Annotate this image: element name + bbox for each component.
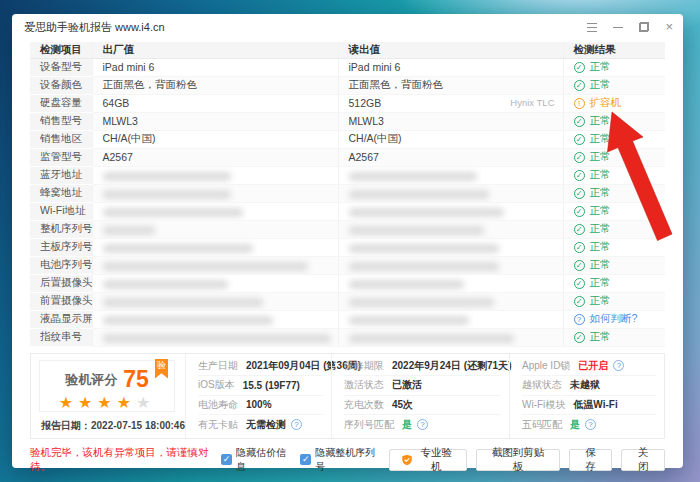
table-row: 后置摄像头 ✓ 正常 (30, 274, 665, 292)
result-text: 如何判断? (590, 312, 638, 326)
close-icon[interactable]: × (665, 22, 673, 32)
star-filled-icon: ★ (97, 394, 116, 411)
row-label: 设备颜色 (40, 78, 82, 90)
row-label: 蓝牙地址 (40, 168, 82, 180)
score-value: 75 (123, 366, 149, 392)
summary-value: 低温Wi-Fi (573, 398, 617, 412)
checkbox[interactable]: ✓隐藏估价信息 (221, 446, 291, 474)
redacted-value (103, 334, 331, 343)
button-label: 专业验机 (417, 446, 455, 474)
checkbox-checked-icon[interactable]: ✓ (300, 454, 311, 465)
summary-row: iOS版本15.5 (19F77) (198, 376, 323, 396)
factory-value: iPad mini 6 (103, 61, 155, 73)
redacted-value (103, 190, 231, 199)
table-header-row: 检测项目 出厂值 读出值 检测结果 (30, 42, 665, 58)
result-badge: ✓ 正常 (574, 330, 611, 344)
redacted-value (103, 244, 253, 253)
checkbox[interactable]: ✓隐藏整机序列号 (300, 446, 380, 474)
row-label: 前置摄像头 (40, 294, 92, 306)
redacted-value (349, 172, 477, 181)
result-status-icon: ✓ (574, 116, 585, 127)
result-status-icon: ✓ (574, 170, 585, 181)
factory-value (103, 277, 228, 289)
titlebar[interactable]: 爱思助手验机报告 www.i4.cn × (12, 14, 683, 40)
table-row: 主板序列号 ✓ 正常 (30, 238, 665, 256)
summary-value: 15.5 (19F77) (243, 380, 300, 391)
summary-column: 保修期限2022年9月24日 (还剩71天)激活状态已激活充电次数45次序列号匹… (331, 354, 509, 438)
result-status-icon: ✓ (574, 278, 585, 289)
help-icon[interactable]: ? (291, 419, 302, 430)
summary-value: 45次 (392, 398, 413, 412)
result-text: 正常 (590, 168, 611, 182)
shield-icon (401, 454, 413, 466)
redacted-value (349, 208, 504, 217)
result-text: 正常 (590, 276, 611, 290)
row-label: 指纹串号 (40, 330, 82, 342)
table-row: 监管型号 A2567 A2567 ✓ 正常 (30, 148, 665, 166)
result-text: 正常 (590, 240, 611, 254)
screenshot-button[interactable]: 截图到剪贴板 (476, 449, 559, 471)
restore-icon[interactable] (639, 22, 649, 32)
result-text: 正常 (590, 258, 611, 272)
summary-row: 充电次数45次 (344, 396, 501, 416)
table-row: 整机序列号 ✓ 正常 (30, 220, 665, 238)
result-badge: ✓ 正常 (574, 186, 611, 200)
professional-check-button[interactable]: 专业验机 (389, 449, 467, 471)
read-value: 正面黑色，背面粉色 (349, 78, 444, 90)
row-label: 主板序列号 (40, 240, 92, 252)
row-label: 电池序列号 (40, 258, 92, 270)
table-row: 销售型号 MLWL3 MLWL3 ✓ 正常 (30, 112, 665, 130)
summary-row: 五码匹配是? (522, 415, 656, 435)
factory-value (103, 169, 231, 181)
help-icon[interactable]: ? (585, 419, 596, 430)
redacted-value (349, 226, 484, 235)
how-to-judge-link[interactable]: ? 如何判断? (574, 312, 638, 326)
result-badge: ✓ 正常 (574, 258, 611, 272)
row-label: 销售型号 (40, 114, 82, 126)
help-icon[interactable]: ? (417, 419, 428, 430)
row-label: 销售地区 (40, 132, 82, 144)
report-date: 报告日期：2022-07-15 18:00:46 (35, 419, 185, 433)
result-status-icon: ✓ (574, 188, 585, 199)
read-value (349, 331, 514, 343)
summary-label: 五码匹配 (522, 418, 562, 432)
summary-row: 越狱状态未越狱 (522, 376, 656, 396)
factory-value (103, 259, 308, 271)
factory-value (103, 295, 263, 307)
redacted-value (349, 244, 499, 253)
menu-icon[interactable] (587, 23, 597, 32)
desktop-background: 爱思助手验机报告 www.i4.cn × 检测项目 出厂值 读出值 检测 (0, 0, 700, 482)
summary-label: Wi-Fi模块 (522, 398, 565, 412)
result-status-icon: ? (574, 314, 585, 325)
star-filled-icon: ★ (117, 394, 136, 411)
star-empty-icon: ★ (136, 394, 155, 411)
redacted-value (103, 208, 243, 217)
table-row: Wi-Fi地址 ✓ 正常 (30, 202, 665, 220)
table-row: 蜂窝地址 ✓ 正常 (30, 184, 665, 202)
read-value (349, 169, 477, 181)
summary-row: 有无卡贴无需检测? (198, 415, 323, 435)
row-label: 后置摄像头 (40, 276, 92, 288)
result-status-icon: ✓ (574, 62, 585, 73)
factory-value (103, 241, 253, 253)
result-badge: ✓ 正常 (574, 222, 611, 236)
summary-row: Wi-Fi模块低温Wi-Fi (522, 396, 656, 416)
summary-label: 序列号匹配 (344, 418, 394, 432)
read-value: iPad mini 6 (349, 61, 401, 73)
read-value: 512GB (349, 97, 382, 109)
save-button[interactable]: 保存 (569, 449, 613, 471)
checkbox-checked-icon[interactable]: ✓ (221, 454, 232, 465)
result-text: 正常 (590, 114, 611, 128)
close-button[interactable]: 关闭 (621, 449, 665, 471)
header-factory: 出厂值 (92, 42, 338, 58)
table-row: 指纹串号 ✓ 正常 (30, 328, 665, 346)
read-value (349, 313, 469, 325)
read-value (349, 223, 484, 235)
help-icon[interactable]: ? (613, 360, 624, 371)
summary-label: 激活状态 (344, 378, 384, 392)
read-value (349, 259, 499, 271)
button-label: 截图到剪贴板 (488, 446, 547, 474)
result-badge: ✓ 正常 (574, 294, 611, 308)
minimize-icon[interactable] (613, 22, 623, 32)
read-note: Hynix TLC (510, 97, 554, 108)
